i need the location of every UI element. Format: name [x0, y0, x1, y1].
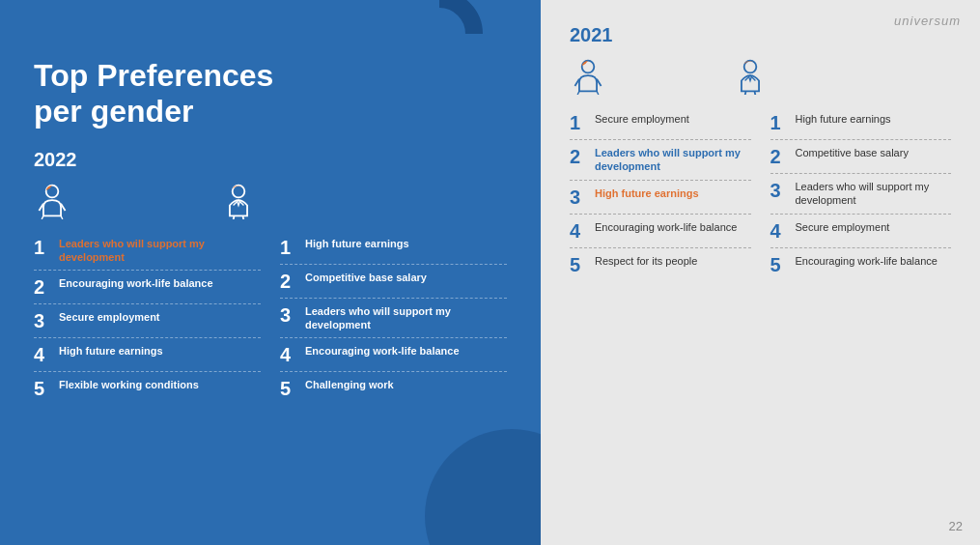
list-item: 3 High future earnings	[570, 181, 751, 215]
male-icon	[220, 183, 257, 223]
list-item: 2 Competitive base salary	[280, 265, 507, 299]
left-year: 2022	[34, 149, 507, 171]
right-columns: 1 Secure employment 2 Leaders who will s…	[570, 106, 951, 281]
svg-point-0	[46, 185, 59, 197]
list-item: 4 High future earnings	[34, 338, 261, 372]
svg-line-5	[243, 215, 244, 219]
right-female-icon	[570, 58, 606, 99]
list-item: 1 High future earnings	[280, 231, 507, 265]
right-gender-icons	[570, 58, 951, 99]
list-item: 4 Encouraging work-life balance	[570, 215, 751, 248]
list-item: 4 Secure employment	[770, 215, 952, 248]
list-item: 5 Encouraging work-life balance	[770, 248, 952, 281]
bottom-curve-decoration	[425, 429, 541, 545]
list-item: 5 Respect for its people	[570, 248, 751, 281]
list-item: 5 Flexible working conditions	[34, 372, 261, 405]
list-item: 5 Challenging work	[280, 372, 507, 405]
svg-point-6	[582, 61, 595, 73]
list-item: 2 Competitive base salary	[770, 140, 952, 174]
left-female-column: 1 Leaders who will support my developmen…	[34, 231, 261, 406]
svg-line-10	[745, 91, 746, 95]
left-panel: Top Preferences per gender 2022	[0, 0, 541, 545]
list-item: 3 Secure employment	[34, 304, 261, 338]
list-item: 3 Leaders who will support my developmen…	[770, 174, 952, 215]
right-male-column: 1 High future earnings 2 Competitive bas…	[770, 106, 952, 281]
right-female-column: 1 Secure employment 2 Leaders who will s…	[570, 106, 751, 281]
left-male-column: 1 High future earnings 2 Competitive bas…	[280, 231, 507, 406]
right-panel: universum 2021	[541, 0, 980, 545]
left-columns: 1 Leaders who will support my developmen…	[34, 231, 507, 406]
female-icon	[34, 183, 70, 223]
list-item: 2 Encouraging work-life balance	[34, 271, 261, 304]
right-male-icon	[732, 58, 769, 99]
list-item: 1 Secure employment	[570, 106, 751, 140]
list-item: 2 Leaders who will support my developmen…	[570, 140, 751, 181]
universum-logo: universum	[894, 14, 961, 28]
page-number: 22	[949, 519, 963, 533]
list-item: 1 High future earnings	[770, 106, 952, 140]
svg-line-11	[755, 91, 756, 95]
list-item: 4 Encouraging work-life balance	[280, 338, 507, 372]
list-item: 3 Leaders who will support my developmen…	[280, 299, 507, 339]
svg-line-4	[234, 215, 235, 219]
left-gender-icons	[34, 183, 507, 223]
list-item: 1 Leaders who will support my developmen…	[34, 231, 261, 272]
main-title: Top Preferences per gender	[34, 58, 507, 129]
